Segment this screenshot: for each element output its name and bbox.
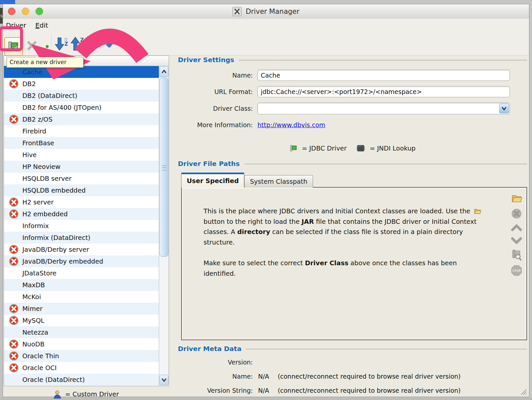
- meta-label: Version:: [178, 359, 253, 366]
- move-file-down-button[interactable]: [511, 236, 522, 245]
- toolbar: Z Z A: [3, 32, 529, 56]
- more-information-label: More Information:: [178, 121, 253, 129]
- find-driver-files-button[interactable]: [124, 36, 138, 52]
- driver-icon-placeholder: [9, 232, 19, 243]
- scroll-up-button[interactable]: [159, 66, 168, 77]
- list-item[interactable]: HP Neoview: [4, 161, 159, 173]
- list-item[interactable]: JavaDB/Derby server: [4, 244, 159, 255]
- menu-edit[interactable]: Edit: [36, 21, 48, 29]
- list-item[interactable]: Cache: [4, 66, 159, 78]
- list-item[interactable]: HSQLDB embedded: [4, 184, 159, 196]
- driver-icon-placeholder: [9, 173, 19, 184]
- driver-name: MaxDB: [22, 281, 45, 289]
- url-format-label: URL Format:: [178, 88, 253, 95]
- list-item[interactable]: HSQLDB server: [4, 173, 159, 184]
- meta-value: N/A: [258, 373, 269, 380]
- scrollbar-thumb[interactable]: [159, 78, 168, 257]
- driver-list-scrollbar[interactable]: [159, 66, 169, 386]
- sort-ascending-button[interactable]: Z A: [70, 36, 85, 52]
- driver-meta-data-title: Driver Meta Data: [178, 345, 241, 353]
- list-item[interactable]: Hive: [4, 149, 159, 161]
- list-item[interactable]: Firebird: [4, 125, 159, 137]
- driver-name: DB2 (DataDirect): [22, 92, 77, 100]
- list-item[interactable]: DB2 for AS/400 (JTOpen): [4, 102, 159, 113]
- move-down-button[interactable]: [103, 38, 115, 49]
- remove-file-button[interactable]: [511, 208, 522, 220]
- open-folder-button[interactable]: [511, 192, 522, 204]
- more-information-row: More Information: http://www.dbvis.com: [178, 120, 325, 130]
- driver-name: Hive: [22, 151, 37, 159]
- list-item[interactable]: MySQL: [4, 315, 159, 326]
- chevron-down-icon: [501, 106, 507, 110]
- folder-search-icon: [124, 36, 138, 52]
- driver-name: Netezza: [22, 329, 48, 336]
- list-item[interactable]: Oracle OCI: [4, 362, 159, 374]
- list-item[interactable]: DB2 (DataDirect): [4, 90, 159, 102]
- driver-error-icon: [9, 256, 19, 266]
- delete-driver-button[interactable]: [27, 40, 37, 51]
- background-window-edge: [0, 4, 3, 400]
- jdbc-driver-icon: [289, 144, 298, 153]
- tab-system-classpath[interactable]: System Classpath: [244, 175, 313, 188]
- driver-settings-header: Driver Settings: [178, 56, 527, 64]
- list-item[interactable]: Informix: [4, 220, 159, 232]
- list-item[interactable]: Netezza: [4, 326, 159, 338]
- driver-class-combobox[interactable]: [257, 103, 510, 114]
- list-item[interactable]: Oracle Thin: [4, 350, 159, 362]
- window-resize-grip[interactable]: [519, 388, 527, 395]
- list-item[interactable]: NuoDB: [4, 338, 159, 350]
- list-item[interactable]: Informix (DataDirect): [4, 232, 159, 244]
- list-item[interactable]: Oracle (DataDirect): [4, 374, 159, 386]
- driver-file-paths-title: Driver File Paths: [178, 160, 240, 168]
- driver-error-icon: [9, 363, 19, 373]
- list-item[interactable]: MaxDB: [4, 279, 159, 291]
- help-paragraph-1: This is the place where JDBC drivers and…: [204, 206, 486, 247]
- meta-row: Version:: [178, 359, 253, 366]
- meta-row: Name:N/A(connect/reconnect required to b…: [178, 373, 461, 380]
- scroll-down-button[interactable]: [159, 375, 168, 385]
- driver-name: Oracle OCI: [22, 364, 57, 372]
- driver-icon-placeholder: [9, 150, 19, 160]
- list-item[interactable]: JavaDB/Derby embedded: [4, 255, 159, 267]
- list-item[interactable]: McKoi: [4, 291, 159, 303]
- tab-user-specified[interactable]: User Specified: [181, 173, 244, 188]
- meta-label: Name:: [178, 373, 253, 380]
- driver-error-icon: [9, 209, 19, 219]
- meta-value: N/A: [258, 387, 269, 394]
- custom-driver-legend-text: = Custom Driver: [65, 390, 119, 398]
- driver-name: Firebird: [22, 128, 46, 135]
- list-item[interactable]: JDataStore: [4, 267, 159, 279]
- driver-list-panel: Driver Name CacheDB2DB2 (DataDirect)DB2 …: [4, 56, 169, 386]
- move-file-up-button[interactable]: [511, 223, 522, 232]
- copy-driver-icon[interactable]: [46, 45, 49, 48]
- sort-descending-button[interactable]: Z: [54, 36, 69, 52]
- stop-button[interactable]: STOP: [511, 265, 522, 276]
- find-driver-class-button[interactable]: [511, 249, 522, 261]
- move-up-button[interactable]: [89, 38, 102, 49]
- menu-bar: DriverEdit: [3, 19, 529, 32]
- driver-file-paths-tabs: User Specified System Classpath: [181, 172, 313, 188]
- svg-text:STOP: STOP: [512, 269, 520, 272]
- more-information-link[interactable]: http://www.dbvis.com: [257, 121, 325, 129]
- help-paragraph-2: Make sure to select the correct Driver C…: [204, 258, 486, 279]
- titlebar[interactable]: Driver Manager: [3, 4, 529, 19]
- list-item[interactable]: DB2 z/OS: [4, 113, 159, 125]
- list-item[interactable]: DB2: [4, 78, 159, 90]
- list-item[interactable]: H2 embedded: [4, 208, 159, 220]
- list-item[interactable]: FrontBase: [4, 137, 159, 149]
- combo-dropdown-button[interactable]: [499, 104, 509, 113]
- jdbc-driver-legend-text: = JDBC Driver: [302, 145, 347, 152]
- list-item[interactable]: H2 server: [4, 196, 159, 208]
- name-field[interactable]: [257, 70, 510, 81]
- driver-icon-placeholder: [9, 280, 19, 290]
- url-format-field[interactable]: [257, 86, 510, 97]
- driver-error-icon: [9, 351, 19, 361]
- meta-note: (connect/reconnect required to browse re…: [278, 387, 461, 394]
- list-item[interactable]: Mimer: [4, 303, 159, 315]
- driver-name: FrontBase: [22, 139, 54, 147]
- driver-icon-placeholder: [9, 90, 19, 101]
- driver-error-icon: [9, 79, 19, 89]
- driver-error-icon: [9, 245, 19, 254]
- driver-error-icon: [9, 79, 19, 89]
- driver-error-icon: [9, 339, 19, 349]
